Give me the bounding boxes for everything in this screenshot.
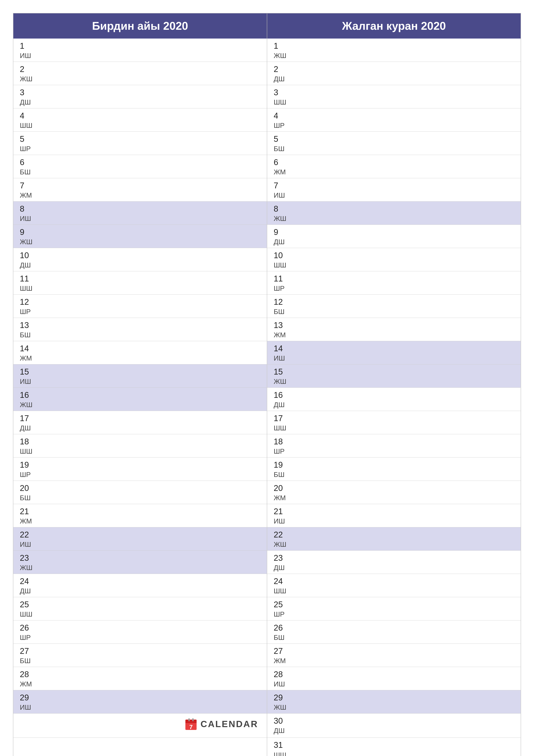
day-abbr: ИШ <box>274 680 514 689</box>
col1-day-cell: 3ДШ <box>13 85 267 108</box>
col1-day-cell: 10ДШ <box>13 248 267 271</box>
day-number: 24 <box>20 576 260 587</box>
col2-day-cell: 7ИШ <box>267 178 521 201</box>
day-abbr: ЖШ <box>20 74 260 84</box>
svg-rect-2 <box>185 721 196 723</box>
day-number: 3 <box>20 87 260 98</box>
col1-day-cell: 17ДШ <box>13 411 267 434</box>
col1-day-cell: 18ШШ <box>13 434 267 457</box>
table-row: 6БШ6ЖМ <box>13 155 521 178</box>
table-row: 14ЖМ14ИШ <box>13 341 521 364</box>
col1-day-cell: 6БШ <box>13 155 267 178</box>
day-abbr: ИШ <box>20 703 260 712</box>
day-number: 29 <box>274 692 514 703</box>
col1-day-cell: 11ШШ <box>13 271 267 294</box>
day-number: 6 <box>274 157 514 168</box>
day-number: 23 <box>274 553 514 563</box>
col2-day-cell: 14ИШ <box>267 341 521 364</box>
day-abbr: ШШ <box>20 284 260 293</box>
day-number: 5 <box>20 134 260 145</box>
col2-day-cell: 19БШ <box>267 457 521 481</box>
table-row: 9ЖШ9ДШ <box>13 225 521 248</box>
day-abbr: БШ <box>20 168 260 177</box>
day-number: 7 <box>20 180 260 191</box>
day-abbr: ШШ <box>274 751 514 756</box>
day-abbr: БШ <box>20 657 260 665</box>
col1-day-cell: 7ЖМ <box>13 178 267 201</box>
col2-day-cell: 4ШР <box>267 108 521 131</box>
logo-cell: 7 CALENDAR <box>13 713 267 738</box>
day-number: 13 <box>274 320 514 331</box>
day-number: 17 <box>274 413 514 424</box>
day-abbr: ИШ <box>274 517 514 526</box>
table-row: 5ШР5БШ <box>13 131 521 155</box>
day-number: 21 <box>20 506 260 517</box>
day-abbr: ЖШ <box>274 377 514 386</box>
day-abbr: ЖМ <box>20 191 260 200</box>
col1-day-cell: 28ЖМ <box>13 667 267 690</box>
day-abbr: ДШ <box>274 74 514 84</box>
day-abbr: ШР <box>274 121 514 130</box>
col2-day-cell: 28ИШ <box>267 667 521 690</box>
day-abbr: ДШ <box>20 98 260 107</box>
day-number: 2 <box>274 64 514 74</box>
table-row: 23ЖШ23ДШ <box>13 551 521 574</box>
day-abbr: ДШ <box>274 563 514 572</box>
day-number: 16 <box>274 390 514 400</box>
day-abbr: ИШ <box>20 51 260 60</box>
col2-day-cell: 26БШ <box>267 620 521 643</box>
day-abbr: БШ <box>274 307 514 316</box>
table-row: 29ИШ29ЖШ <box>13 690 521 713</box>
day-abbr: ЖШ <box>20 237 260 247</box>
day-abbr: БШ <box>20 494 260 502</box>
day-number: 27 <box>274 646 514 657</box>
day-number: 14 <box>274 343 514 354</box>
col2-day-cell: 5БШ <box>267 131 521 155</box>
day-abbr: ЖШ <box>274 51 514 60</box>
day-abbr: ДШ <box>274 237 514 247</box>
col2-day-cell: 13ЖМ <box>267 318 521 341</box>
header-row: Бирдин айы 2020 Жалган куран 2020 <box>13 13 521 39</box>
day-abbr: ШШ <box>274 587 514 596</box>
col1-day-cell: 1ИШ <box>13 39 267 62</box>
day-number: 1 <box>20 41 260 51</box>
calendar-table: Бирдин айы 2020 Жалган куран 2020 1ИШ1ЖШ… <box>13 13 521 756</box>
day-abbr: ИШ <box>20 377 260 386</box>
day-abbr: ШР <box>20 633 260 642</box>
day-number: 8 <box>20 204 260 214</box>
day-number: 4 <box>274 111 514 121</box>
table-row: 1ИШ1ЖШ <box>13 39 521 62</box>
col1-day-cell: 15ИШ <box>13 364 267 388</box>
col1-day-cell: 24ДШ <box>13 574 267 597</box>
day-abbr: ШШ <box>20 610 260 619</box>
day-number: 28 <box>20 669 260 680</box>
logo-row: 7 CALENDAR 30ДШ <box>13 713 521 738</box>
col2-day-cell: 24ШШ <box>267 574 521 597</box>
table-row: 26ШР26БШ <box>13 620 521 643</box>
col1-day-cell: 2ЖШ <box>13 62 267 85</box>
day-number: 28 <box>274 669 514 680</box>
col1-day-cell: 12ШР <box>13 294 267 318</box>
col2-day-cell: 16ДШ <box>267 388 521 411</box>
day-abbr: ЖШ <box>274 703 514 712</box>
col1-header: Бирдин айы 2020 <box>13 13 267 39</box>
table-row: 7ЖМ7ИШ <box>13 178 521 201</box>
col2-day-cell: 21ИШ <box>267 504 521 527</box>
day-number: 10 <box>274 250 514 261</box>
day-abbr: ШШ <box>20 447 260 456</box>
col1-day-cell: 19ШР <box>13 457 267 481</box>
day-abbr: ДШ <box>20 587 260 596</box>
day-number: 16 <box>20 390 260 400</box>
day-abbr: ЖШ <box>274 540 514 549</box>
table-row: 13БШ13ЖМ <box>13 318 521 341</box>
table-row: 21ЖМ21ИШ <box>13 504 521 527</box>
col1-day-cell: 27БШ <box>13 643 267 667</box>
table-row: 16ЖШ16ДШ <box>13 388 521 411</box>
day-number: 13 <box>20 320 260 331</box>
col2-day-cell: 27ЖМ <box>267 643 521 667</box>
day-number: 22 <box>20 529 260 540</box>
day-abbr: ИШ <box>274 354 514 363</box>
calendar-logo-icon: 7 <box>185 718 197 731</box>
col1-day-cell: 9ЖШ <box>13 225 267 248</box>
day-abbr: БШ <box>274 633 514 642</box>
